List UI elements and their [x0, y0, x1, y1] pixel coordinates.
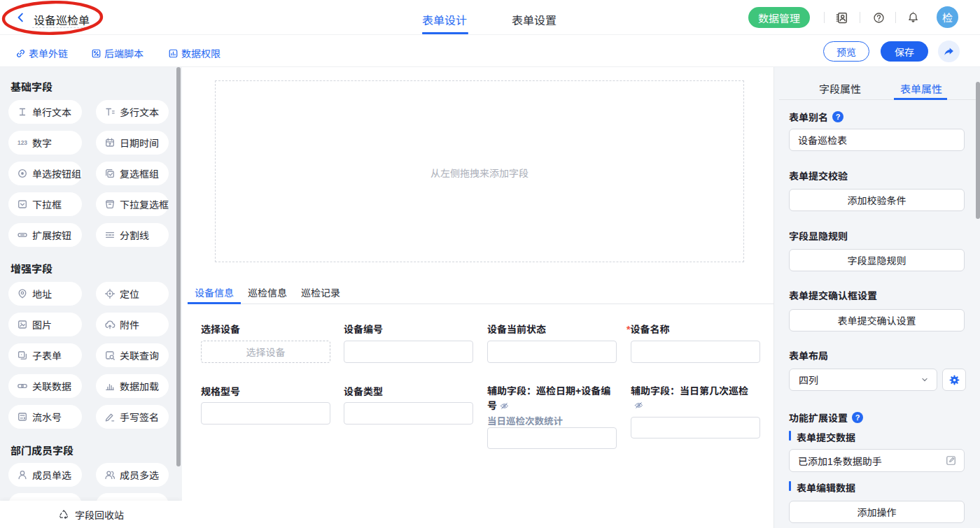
svg-text:123: 123: [18, 139, 27, 146]
